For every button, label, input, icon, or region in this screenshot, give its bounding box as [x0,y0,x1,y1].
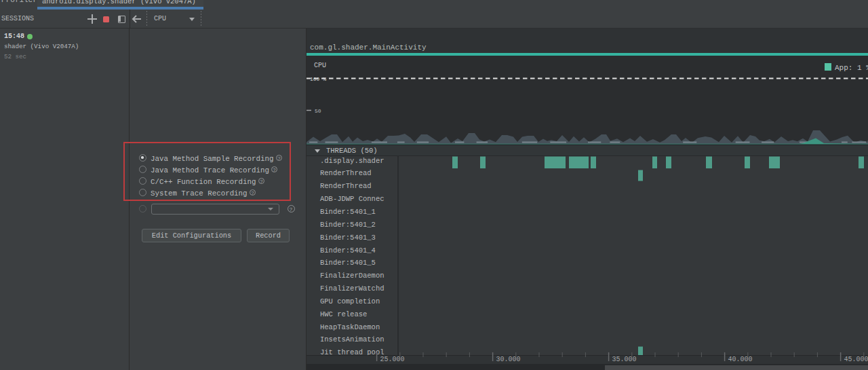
svg-text:CPU: CPU [314,62,326,69]
svg-text:App: 1 %: App: 1 % [835,64,868,72]
svg-text:100 %: 100 % [310,76,326,82]
svg-text:50: 50 [315,108,321,114]
